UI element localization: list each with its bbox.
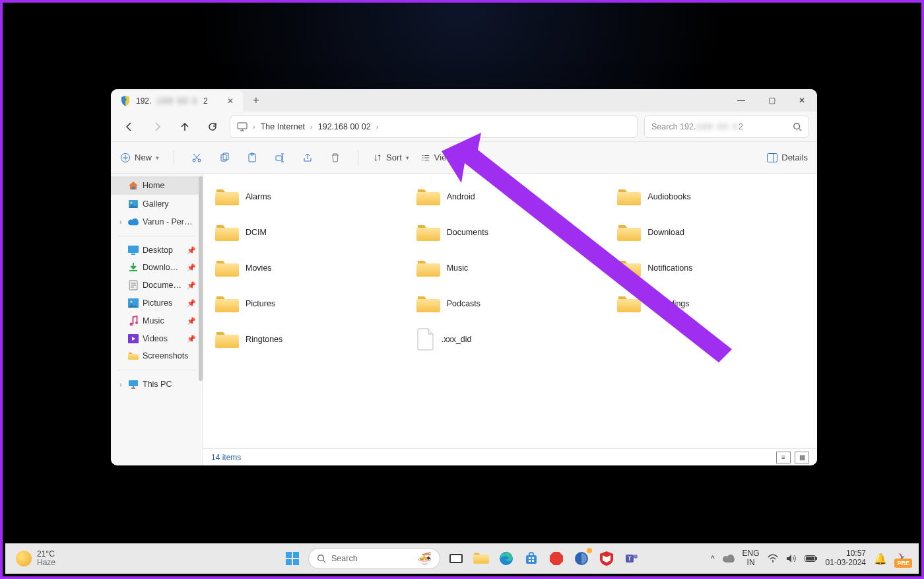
sidebar-item-label: Home [143,181,196,190]
breadcrumb-segment[interactable]: The Internet [261,122,305,131]
refresh-button[interactable] [202,116,223,137]
folder-movies[interactable]: Movies [215,250,403,286]
app-icon[interactable] [547,549,566,568]
sidebar-item-varun---personal[interactable]: ›Varun - Personal [111,213,203,230]
delete-button[interactable] [327,153,343,163]
add-tab-button[interactable]: + [243,89,269,112]
details-button[interactable]: Details [767,153,808,162]
sidebar-item-videos[interactable]: Videos📌 [111,330,203,347]
folder-music[interactable]: Music [416,250,605,286]
folder-ringtones[interactable]: Ringtones [215,322,403,357]
sidebar-item-music[interactable]: Music📌 [111,312,203,330]
svg-rect-15 [128,246,139,253]
content-area[interactable]: AlarmsAndroidAudiobooksDCIMDocumentsDown… [203,174,817,465]
folder-podcasts[interactable]: Podcasts [416,286,605,322]
mcafee-icon[interactable] [597,549,616,568]
taskbar-search[interactable]: Search 🍜 [308,548,440,569]
copy-button[interactable] [216,153,232,163]
weather-cond: Haze [37,559,55,567]
folder-icon [416,222,440,242]
folder-icon [215,187,239,207]
forward-button[interactable] [147,116,168,137]
sidebar-item-this-pc[interactable]: ›This PC [111,376,203,393]
paste-button[interactable] [244,153,260,163]
sidebar-item-desktop[interactable]: Desktop📌 [111,242,203,259]
layout-details-button[interactable]: ≡ [776,452,791,463]
close-button[interactable]: ✕ [787,89,817,112]
sidebar-item-pictures[interactable]: Pictures📌 [111,294,203,312]
task-view-button[interactable] [447,549,465,568]
clock[interactable]: 10:57 01-03-2024 [826,549,866,568]
up-button[interactable] [174,116,195,137]
file--xxx-did[interactable]: .xxx_did [416,322,605,357]
share-button[interactable] [300,153,315,163]
store-icon[interactable] [522,549,541,568]
address-bar[interactable]: › The Internet › 192.168 00 02 › [230,116,638,138]
back-button[interactable] [119,116,140,137]
view-button[interactable]: View ▾ [421,153,460,162]
language-indicator[interactable]: ENG IN [742,549,760,568]
sidebar-item-documents[interactable]: Documents📌 [111,276,203,294]
new-button[interactable]: New ▾ [120,153,159,163]
rename-button[interactable] [272,153,288,163]
folder-alarms[interactable]: Alarms [215,179,403,215]
svg-point-2 [794,123,800,129]
sidebar-item-label: Documents [143,281,183,290]
notifications-icon[interactable]: 🔔 [874,553,887,565]
breadcrumb-segment[interactable]: 192.168 00 02 [318,122,371,131]
folder-pictures[interactable]: Pictures [215,286,403,322]
teams-icon[interactable]: T [622,549,641,568]
maximize-button[interactable]: ▢ [756,89,787,112]
folder-download[interactable]: Download [617,215,805,250]
folder-icon [215,294,239,314]
minimize-button[interactable]: — [726,89,756,112]
wifi-icon[interactable] [768,554,778,563]
sidebar-item-downloads[interactable]: Downloads📌 [111,259,203,276]
folder-notifications[interactable]: Notifications [617,250,805,286]
search-box[interactable]: Search 192.168 00 02 [644,116,809,138]
app-icon[interactable] [572,549,591,568]
sidebar-item-label: Music [143,316,183,325]
onedrive-tray-icon[interactable] [723,555,735,562]
documents-icon [128,280,139,290]
title-bar[interactable]: 192. 168 00 0 2 ✕ + — ▢ ✕ [111,89,817,112]
svg-rect-25 [293,552,299,558]
file-explorer-icon[interactable] [472,549,490,568]
close-tab-icon[interactable]: ✕ [227,96,234,106]
pin-icon: 📌 [187,263,196,272]
taskbar[interactable]: 21°C Haze Search 🍜 T ^ ENG IN 10 [5,543,919,574]
weather-widget[interactable]: 21°C Haze [16,550,55,567]
folder-recordings[interactable]: Recordings [617,286,805,322]
volume-icon[interactable] [786,554,797,563]
chevron-up-icon[interactable]: ^ [711,554,715,563]
edge-icon[interactable] [497,549,515,568]
search-icon[interactable] [793,122,802,131]
battery-icon[interactable] [805,555,818,562]
scrollbar[interactable] [199,176,203,381]
item-label: .xxx_did [442,335,472,344]
cut-button[interactable] [189,153,205,163]
start-button[interactable] [283,549,302,568]
tab-active[interactable]: 192. 168 00 0 2 ✕ [111,90,243,112]
folder-dcim[interactable]: DCIM [215,215,403,250]
tab-title-redacted: 168 00 0 [156,96,198,106]
chevron-right-icon[interactable]: › [376,123,379,131]
sidebar-item-label: This PC [143,380,196,389]
copilot-icon[interactable]: PRE [895,552,908,565]
svg-rect-27 [293,559,299,565]
layout-icons-button[interactable]: ▦ [795,452,809,463]
sidebar-item-home[interactable]: Home [111,176,203,195]
downloads-icon [128,263,139,272]
system-tray[interactable]: ^ ENG IN 10:57 01-03-2024 🔔 PRE [711,549,908,568]
folder-android[interactable]: Android [416,179,605,215]
sidebar-item-label: Screenshots [143,351,196,360]
sidebar-item-gallery[interactable]: Gallery [111,195,203,213]
status-bar: 14 items ≡ ▦ [203,448,817,465]
sort-button[interactable]: Sort ▾ [373,153,409,162]
folder-audiobooks[interactable]: Audiobooks [617,179,805,215]
sidebar-item-screenshots[interactable]: Screenshots [111,347,203,364]
folder-documents[interactable]: Documents [416,215,605,250]
item-label: Recordings [647,299,689,308]
chevron-right-icon[interactable]: › [310,123,313,131]
sidebar-item-label: Desktop [143,246,183,255]
